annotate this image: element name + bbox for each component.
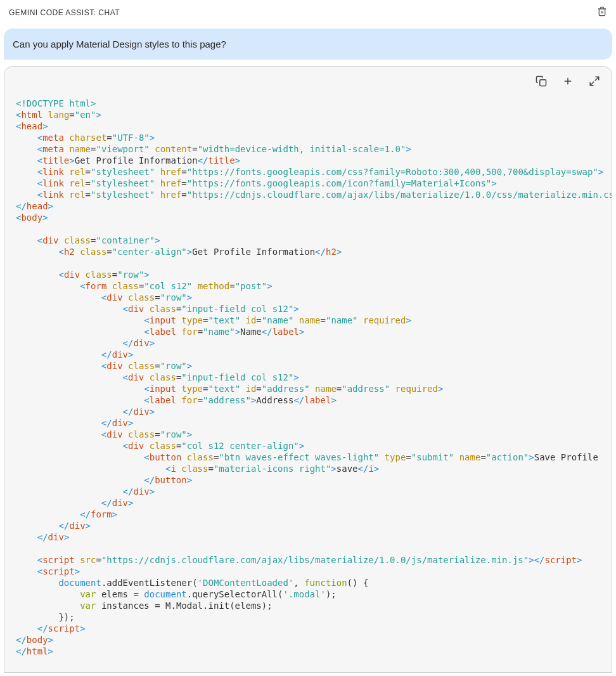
code-response-card: <!DOCTYPE html> <html lang="en"> <head> … [4,66,612,673]
panel-title: GEMINI CODE ASSIST: CHAT [9,8,120,17]
code-toolbar [4,67,612,93]
user-message-text: Can you apply Material Design styles to … [13,39,226,49]
copy-icon[interactable] [536,75,547,89]
expand-icon[interactable] [589,75,600,89]
user-message-bubble: Can you apply Material Design styles to … [4,29,612,60]
plus-icon[interactable] [562,75,574,89]
code-block[interactable]: <!DOCTYPE html> <html lang="en"> <head> … [4,93,612,672]
trash-icon[interactable] [597,6,607,18]
svg-rect-0 [540,80,546,86]
panel-header: GEMINI CODE ASSIST: CHAT [0,0,616,25]
